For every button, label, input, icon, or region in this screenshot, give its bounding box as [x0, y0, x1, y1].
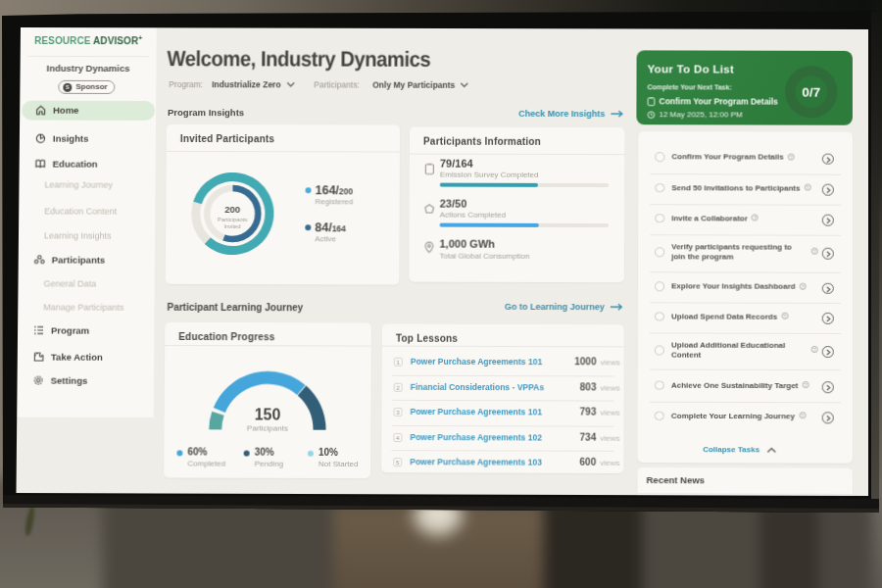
svg-text:0/7: 0/7 [802, 85, 820, 100]
